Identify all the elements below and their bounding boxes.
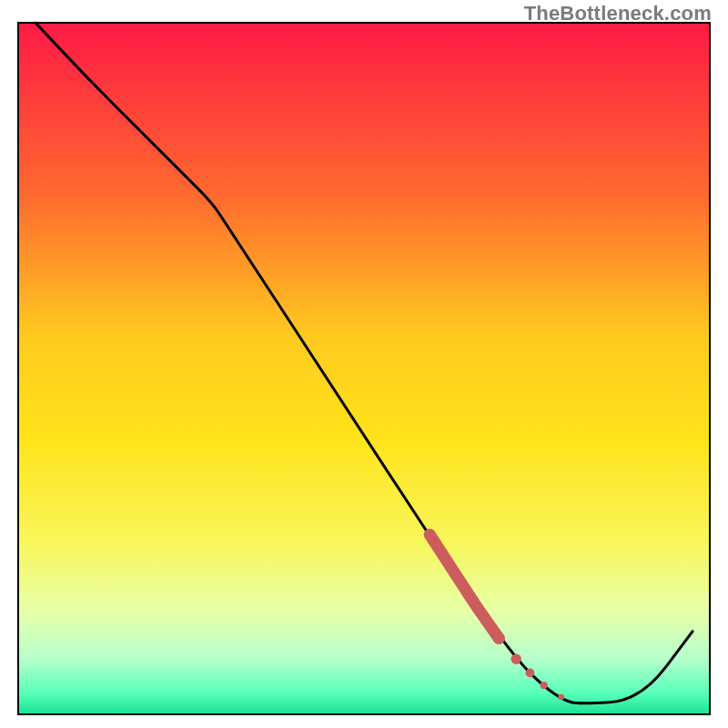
gradient-background	[18, 23, 710, 714]
watermark-text: TheBottleneck.com	[524, 2, 712, 25]
highlight-dot	[511, 654, 521, 664]
highlight-dot	[541, 682, 548, 689]
highlight-dot	[558, 694, 564, 701]
chart-container: TheBottleneck.com	[0, 0, 728, 728]
highlight-dot	[493, 632, 505, 644]
bottleneck-chart	[0, 0, 728, 728]
highlight-dot	[526, 669, 535, 678]
